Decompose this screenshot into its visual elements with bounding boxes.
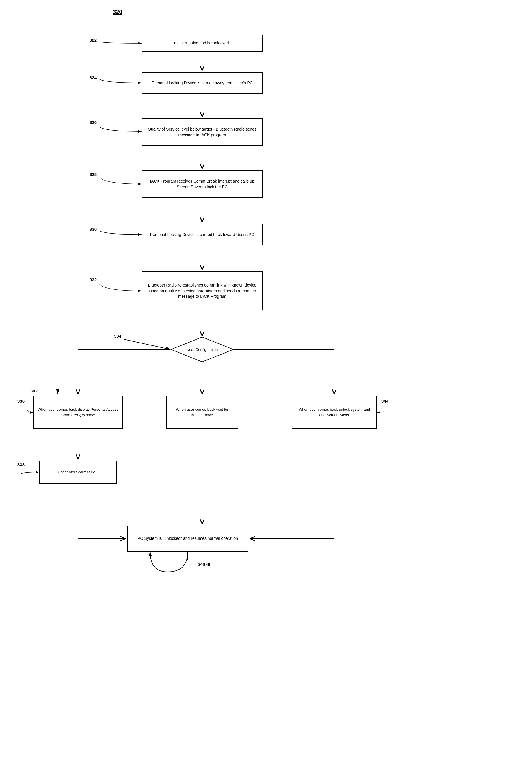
node-326: Quality of Service level below target - … bbox=[142, 118, 263, 146]
label-326: 326 bbox=[90, 120, 97, 125]
label-334: 334 bbox=[114, 334, 121, 339]
node-340: PC System is "unlocked" and resumes norm… bbox=[127, 526, 248, 552]
node-324: Personal Locking Device is carried away … bbox=[142, 72, 263, 94]
node-unlock: When user comes back unlock system and e… bbox=[292, 396, 377, 429]
node-328: IACK Program receives Comm Break interup… bbox=[142, 170, 263, 198]
node-mouse-move: When user comes back wait for Mouse move bbox=[166, 396, 238, 429]
node-322: PC is running and is "unlocked" bbox=[142, 35, 263, 52]
node-330: Personal Locking Device is carried back … bbox=[142, 224, 263, 246]
flowchart-diagram: 320 PC is running and is "unlocked" 322 … bbox=[0, 0, 532, 759]
node-332: Bluetooth Radio re-establishes comm link… bbox=[142, 271, 263, 310]
label-340: 340 bbox=[198, 562, 205, 567]
svg-line-8 bbox=[124, 340, 170, 349]
label-342: 342 bbox=[30, 388, 38, 393]
node-338: User enters correct PAC bbox=[39, 461, 117, 484]
label-322: 322 bbox=[90, 38, 97, 42]
label-332: 332 bbox=[90, 277, 97, 282]
diagram-title: 320 bbox=[113, 9, 122, 15]
label-324: 324 bbox=[90, 75, 97, 80]
node-336: When user comes back display Personal Ac… bbox=[33, 396, 123, 429]
arrows-overlay: —340 bbox=[0, 0, 532, 759]
label-338: 338 bbox=[17, 462, 24, 467]
node-334: User Configuration bbox=[170, 337, 234, 362]
label-330: 330 bbox=[90, 227, 97, 232]
label-336: 336 bbox=[17, 399, 24, 404]
label-328: 328 bbox=[90, 172, 97, 177]
label-344: 344 bbox=[381, 399, 389, 404]
